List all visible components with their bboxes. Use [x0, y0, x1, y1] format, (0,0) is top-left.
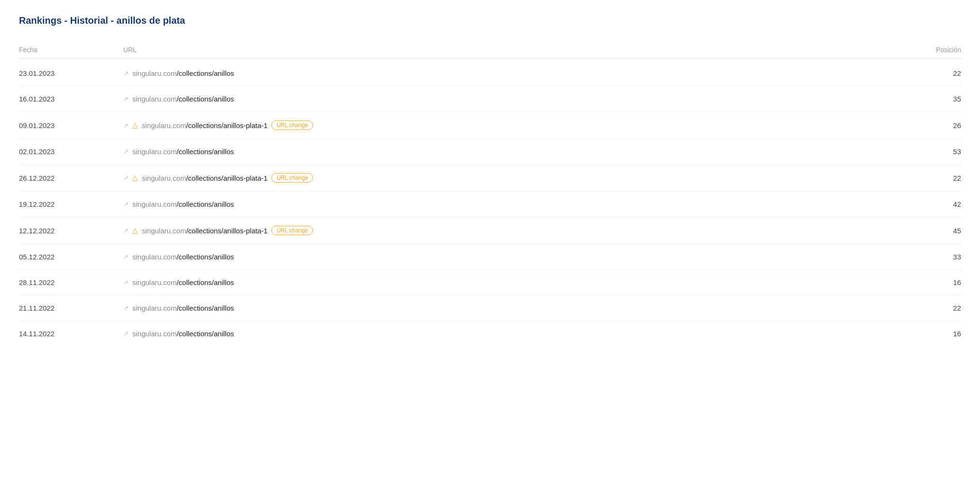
cell-url: ↗ singularu.com/collections/anillos [123, 69, 895, 77]
cell-date: 16.01.2023 [19, 95, 123, 103]
warning-icon: △ [132, 226, 138, 235]
table-row: 12.12.2022 ↗ △ singularu.com/collections… [19, 217, 961, 244]
url-text[interactable]: singularu.com/collections/anillos [132, 200, 234, 208]
external-link-icon: ↗ [123, 122, 129, 129]
url-domain: singularu.com [132, 200, 176, 208]
url-path: /collections/anillos-plata-1 [186, 174, 268, 182]
url-text[interactable]: singularu.com/collections/anillos-plata-… [142, 174, 268, 182]
url-text[interactable]: singularu.com/collections/anillos [132, 147, 234, 156]
cell-date: 05.12.2022 [19, 253, 123, 261]
table-row: 19.12.2022 ↗ singularu.com/collections/a… [19, 192, 961, 217]
cell-url: ↗ singularu.com/collections/anillos [123, 147, 895, 156]
cell-url: ↗ singularu.com/collections/anillos [123, 278, 895, 286]
external-link-icon: ↗ [123, 95, 129, 102]
cell-date: 21.11.2022 [19, 304, 123, 312]
external-link-icon: ↗ [123, 70, 129, 77]
col-header-position: Posición [895, 46, 961, 54]
cell-url: ↗ △ singularu.com/collections/anillos-pl… [123, 226, 895, 235]
url-text[interactable]: singularu.com/collections/anillos-plata-… [142, 121, 268, 129]
url-text[interactable]: singularu.com/collections/anillos [132, 69, 234, 77]
cell-url: ↗ △ singularu.com/collections/anillos-pl… [123, 173, 895, 183]
url-path: /collections/anillos [176, 95, 234, 103]
table-row: 21.11.2022 ↗ singularu.com/collections/a… [19, 295, 961, 321]
table-body: 23.01.2023 ↗ singularu.com/collections/a… [19, 61, 961, 346]
warning-icon: △ [132, 121, 138, 129]
external-link-icon: ↗ [123, 253, 129, 260]
url-change-badge: URL change [271, 173, 313, 183]
url-domain: singularu.com [142, 174, 186, 182]
external-link-icon: ↗ [123, 330, 129, 337]
url-change-badge: URL change [271, 120, 313, 130]
url-path: /collections/anillos [176, 304, 234, 312]
table-row: 26.12.2022 ↗ △ singularu.com/collections… [19, 165, 961, 192]
external-link-icon: ↗ [123, 227, 129, 234]
table-row: 14.11.2022 ↗ singularu.com/collections/a… [19, 321, 961, 346]
table-row: 02.01.2023 ↗ singularu.com/collections/a… [19, 139, 961, 165]
url-path: /collections/anillos-plata-1 [186, 227, 268, 235]
cell-position: 33 [895, 253, 961, 261]
cell-date: 19.12.2022 [19, 200, 123, 208]
table-row: 05.12.2022 ↗ singularu.com/collections/a… [19, 244, 961, 270]
cell-date: 02.01.2023 [19, 147, 123, 156]
rankings-table: Fecha URL Posición 23.01.2023 ↗ singular… [19, 41, 961, 346]
external-link-icon: ↗ [123, 148, 129, 155]
cell-position: 42 [895, 200, 961, 208]
cell-position: 22 [895, 304, 961, 312]
warning-icon: △ [132, 174, 138, 182]
cell-position: 26 [895, 121, 961, 129]
cell-url: ↗ singularu.com/collections/anillos [123, 95, 895, 103]
cell-date: 14.11.2022 [19, 330, 123, 338]
cell-date: 12.12.2022 [19, 227, 123, 235]
cell-position: 53 [895, 147, 961, 156]
cell-url: ↗ singularu.com/collections/anillos [123, 304, 895, 312]
url-path: /collections/anillos-plata-1 [186, 121, 268, 129]
url-path: /collections/anillos [176, 330, 234, 338]
cell-url: ↗ singularu.com/collections/anillos [123, 253, 895, 261]
cell-position: 16 [895, 278, 961, 286]
url-path: /collections/anillos [176, 253, 234, 261]
page-title: Rankings - Historial - anillos de plata [19, 15, 961, 26]
url-domain: singularu.com [132, 253, 176, 261]
cell-date: 09.01.2023 [19, 121, 123, 129]
cell-position: 45 [895, 227, 961, 235]
url-text[interactable]: singularu.com/collections/anillos-plata-… [142, 227, 268, 235]
url-text[interactable]: singularu.com/collections/anillos [132, 278, 234, 286]
url-domain: singularu.com [142, 227, 186, 235]
col-header-date: Fecha [19, 46, 123, 54]
url-path: /collections/anillos [176, 200, 234, 208]
cell-url: ↗ △ singularu.com/collections/anillos-pl… [123, 120, 895, 130]
url-path: /collections/anillos [176, 69, 234, 77]
url-domain: singularu.com [132, 95, 176, 103]
url-domain: singularu.com [132, 278, 176, 286]
external-link-icon: ↗ [123, 201, 129, 208]
url-domain: singularu.com [132, 69, 176, 77]
cell-position: 22 [895, 69, 961, 77]
table-header: Fecha URL Posición [19, 41, 961, 59]
cell-url: ↗ singularu.com/collections/anillos [123, 200, 895, 208]
table-row: 09.01.2023 ↗ △ singularu.com/collections… [19, 112, 961, 139]
url-text[interactable]: singularu.com/collections/anillos [132, 330, 234, 338]
cell-date: 28.11.2022 [19, 278, 123, 286]
url-text[interactable]: singularu.com/collections/anillos [132, 253, 234, 261]
cell-date: 26.12.2022 [19, 174, 123, 182]
url-path: /collections/anillos [176, 147, 234, 156]
cell-position: 16 [895, 330, 961, 338]
cell-position: 22 [895, 174, 961, 182]
external-link-icon: ↗ [123, 175, 129, 182]
table-row: 16.01.2023 ↗ singularu.com/collections/a… [19, 86, 961, 112]
url-change-badge: URL change [271, 226, 313, 235]
external-link-icon: ↗ [123, 279, 129, 286]
url-text[interactable]: singularu.com/collections/anillos [132, 304, 234, 312]
cell-date: 23.01.2023 [19, 69, 123, 77]
url-domain: singularu.com [132, 147, 176, 156]
cell-position: 35 [895, 95, 961, 103]
col-header-url: URL [123, 46, 895, 54]
url-domain: singularu.com [142, 121, 186, 129]
cell-url: ↗ singularu.com/collections/anillos [123, 330, 895, 338]
table-row: 28.11.2022 ↗ singularu.com/collections/a… [19, 270, 961, 295]
url-domain: singularu.com [132, 304, 176, 312]
url-text[interactable]: singularu.com/collections/anillos [132, 95, 234, 103]
external-link-icon: ↗ [123, 304, 129, 312]
table-row: 23.01.2023 ↗ singularu.com/collections/a… [19, 61, 961, 86]
url-domain: singularu.com [132, 330, 176, 338]
